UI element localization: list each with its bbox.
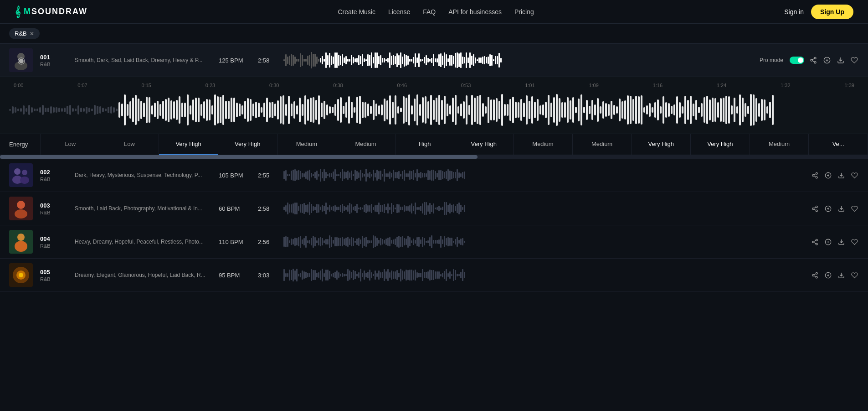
track-favorite-button[interactable] (850, 271, 859, 280)
track-duration-002: 2:55 (258, 172, 276, 179)
track-duration-003: 2:58 (258, 205, 276, 212)
active-track-bpm: 125 BPM (219, 57, 251, 64)
nav-pricing[interactable]: Pricing (514, 8, 534, 16)
energy-cell-11[interactable]: Very High (691, 134, 750, 155)
svg-point-5 (814, 62, 816, 63)
svg-point-13 (14, 168, 21, 175)
timeline-marker: 1:16 (653, 83, 663, 88)
close-tag-icon[interactable]: ✕ (30, 31, 34, 37)
track-actions-003 (811, 204, 859, 213)
timeline-marker: 1:01 (525, 83, 534, 88)
nav-create-music[interactable]: Create Music (338, 8, 375, 16)
nav-api[interactable]: API for businesses (448, 8, 502, 16)
logo-icon: 𝄞 (15, 6, 21, 18)
svg-point-39 (17, 234, 25, 241)
svg-point-30 (812, 208, 814, 209)
track-edit-button[interactable] (824, 238, 832, 246)
energy-cell-4[interactable]: Medium (277, 134, 337, 155)
track-share-button[interactable] (811, 238, 819, 246)
track-download-button[interactable] (837, 204, 846, 213)
track-download-button[interactable] (837, 238, 846, 246)
track-edit-button[interactable] (824, 271, 832, 280)
active-track-waveform[interactable] (283, 51, 745, 69)
energy-cell-9[interactable]: Medium (573, 134, 632, 155)
energy-cell-0[interactable]: Low (41, 134, 100, 155)
track-row-004[interactable]: 004R&BHeavy, Dreamy, Hopeful, Peaceful, … (0, 225, 868, 259)
svg-line-7 (812, 58, 815, 60)
share-button[interactable] (809, 56, 818, 65)
nav-faq[interactable]: FAQ (423, 8, 436, 16)
track-download-button[interactable] (837, 171, 846, 180)
energy-cell-10[interactable]: Very High (632, 134, 691, 155)
track-row-005[interactable]: 005R&BDreamy, Elegant, Glamorous, Hopefu… (0, 259, 868, 292)
track-favorite-button[interactable] (850, 204, 859, 213)
track-row-003[interactable]: 003R&BSmooth, Laid Back, Photography, Mo… (0, 192, 868, 225)
track-share-button[interactable] (811, 271, 819, 280)
track-number: 002 (40, 169, 67, 176)
track-genre: R&B (40, 276, 67, 282)
energy-cell-8[interactable]: Medium (514, 134, 573, 155)
track-bpm-005: 95 BPM (219, 272, 251, 279)
svg-point-56 (816, 276, 817, 278)
svg-point-53 (19, 273, 23, 277)
signin-button[interactable]: Sign in (784, 8, 804, 16)
track-number: 003 (40, 202, 67, 209)
energy-cell-7[interactable]: Very High (454, 134, 514, 155)
active-track-info: 001 R&B (40, 54, 67, 67)
waveform-big[interactable] (9, 92, 859, 128)
active-track-thumbnail[interactable] (9, 48, 33, 72)
track-share-button[interactable] (811, 171, 819, 180)
track-row-002[interactable]: 002R&BDark, Heavy, Mysterious, Suspense,… (0, 159, 868, 192)
logo-text: MSOUNDRAW (24, 7, 87, 16)
svg-line-58 (814, 274, 816, 275)
energy-row: Energy LowLowVery HighVery HighMediumMed… (0, 134, 868, 155)
track-share-button[interactable] (811, 204, 819, 213)
timeline-marker: 0:23 (205, 83, 215, 88)
nav-license[interactable]: License (388, 8, 410, 16)
track-bpm-003: 60 BPM (219, 205, 251, 212)
timeline-marker: 1:09 (589, 83, 598, 88)
energy-cell-13[interactable]: Ve... (809, 134, 868, 155)
track-thumbnail-003 (9, 197, 33, 220)
favorite-button[interactable] (850, 56, 859, 65)
track-download-button[interactable] (837, 271, 846, 280)
track-bpm-002: 105 BPM (219, 172, 251, 179)
svg-point-1 (17, 53, 25, 60)
track-tags-004: Heavy, Dreamy, Hopeful, Peaceful, Restle… (75, 239, 211, 245)
pro-mode-toggle[interactable] (790, 57, 804, 64)
svg-point-19 (816, 177, 817, 178)
active-track-tags: Smooth, Dark, Sad, Laid Back, Dreamy, He… (75, 57, 211, 63)
scrollbar-thumb[interactable] (0, 155, 478, 159)
energy-cell-1[interactable]: Low (100, 134, 159, 155)
horizontal-scrollbar[interactable] (0, 155, 868, 159)
energy-cell-6[interactable]: High (395, 134, 455, 155)
track-genre: R&B (40, 210, 67, 215)
energy-cell-12[interactable]: Medium (750, 134, 809, 155)
track-info-002: 002R&B (40, 169, 67, 182)
logo[interactable]: 𝄞 MSOUNDRAW (15, 6, 87, 18)
track-favorite-button[interactable] (850, 171, 859, 180)
track-thumbnail-004 (9, 230, 33, 254)
track-bpm-004: 110 BPM (219, 239, 251, 245)
download-button[interactable] (836, 56, 845, 65)
track-list: 002R&BDark, Heavy, Mysterious, Suspense,… (0, 159, 868, 292)
energy-cell-3[interactable]: Very High (218, 134, 277, 155)
svg-line-33 (814, 207, 816, 208)
track-actions-002 (811, 171, 859, 180)
track-edit-button[interactable] (824, 204, 832, 213)
active-track-duration: 2:58 (258, 57, 276, 64)
track-genre: R&B (40, 243, 67, 249)
svg-point-2 (15, 61, 27, 70)
track-actions-005 (811, 271, 859, 280)
edit-button[interactable] (822, 56, 832, 65)
track-edit-button[interactable] (824, 171, 832, 180)
track-favorite-button[interactable] (850, 238, 859, 246)
svg-line-57 (814, 276, 816, 276)
energy-cell-5[interactable]: Medium (336, 134, 395, 155)
waveform-detail-section: 0:000:070:150:230:300:380:460:531:011:09… (0, 77, 868, 134)
waveform-timeline: 0:000:070:150:230:300:380:460:531:011:09… (9, 83, 859, 88)
signup-button[interactable]: Sign Up (811, 5, 853, 19)
energy-cell-2[interactable]: Very High (159, 134, 218, 155)
svg-point-28 (15, 209, 27, 219)
rnb-tag-chip[interactable]: R&B ✕ (9, 28, 40, 39)
